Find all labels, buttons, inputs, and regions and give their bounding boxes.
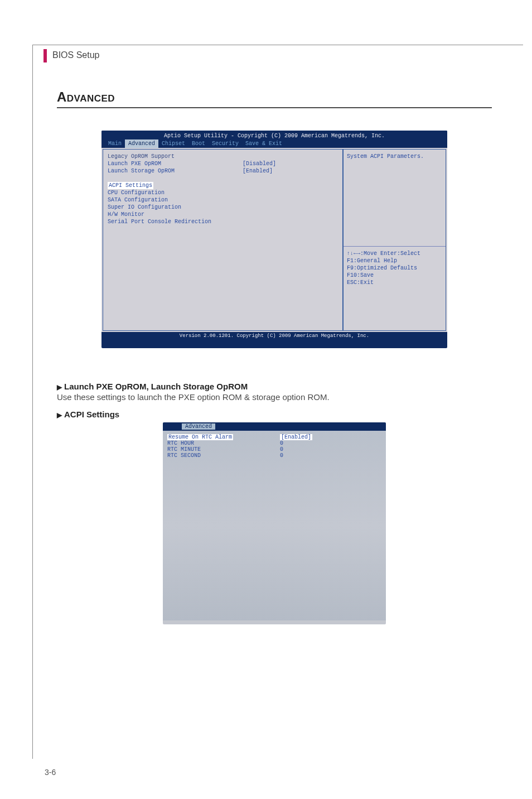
- acpi-settings-heading: ▶ACPI Settings: [57, 410, 492, 419]
- bios-tab-advanced: Advanced: [125, 139, 158, 148]
- rtc-second-value: 0: [280, 453, 312, 459]
- bios-screenshot-acpi: Advanced Resume On RTC Alarm RTC HOUR RT…: [163, 422, 386, 624]
- bios2-values: [Enabled] 0 0 0: [280, 434, 312, 459]
- rtc-hour: RTC HOUR: [167, 440, 381, 446]
- rtc-minute: RTC MINUTE: [167, 446, 381, 453]
- cpu-configuration: CPU Configuration: [108, 189, 338, 196]
- page-number: 3-6: [45, 768, 56, 777]
- key-exit: ESC:Exit: [347, 279, 442, 286]
- bios-right-pane: System ACPI Parameters. ↑↓←→:Move Enter:…: [343, 149, 446, 331]
- bios2-tab-advanced: Advanced: [182, 423, 215, 430]
- serial-port-console-redirection: Serial Port Console Redirection: [108, 218, 338, 225]
- bios-body: Legacy OpROM Support Launch PXE OpROM La…: [101, 148, 447, 332]
- key-help: F1:General Help: [347, 257, 442, 264]
- acpi-settings-highlight: ACPI Settings: [108, 182, 153, 189]
- bios-header: Aptio Setup Utility - Copyright (C) 2009…: [101, 131, 447, 139]
- hw-monitor: H/W Monitor: [108, 211, 338, 218]
- resume-rtc-alarm: Resume On RTC Alarm: [167, 434, 381, 440]
- rtc-hour-value: 0: [280, 440, 312, 446]
- bios-tab-chipset: Chipset: [158, 139, 188, 148]
- value-column: [Disabled] [Enabled]: [243, 153, 276, 175]
- bios2-tabs: Advanced: [163, 422, 386, 431]
- launch-pxe-oprom: Launch PXE OpROM: [108, 160, 338, 167]
- bios-key-hints: ↑↓←→:Move Enter:Select F1:General Help F…: [344, 247, 446, 330]
- launch-oprom-heading: ▶Launch PXE OpROM, Launch Storage OpROM: [57, 382, 492, 391]
- key-save: F10:Save: [347, 272, 442, 279]
- triangle-icon: ▶: [57, 383, 62, 391]
- bios-footer: Version 2.00.1201. Copyright (C) 2009 Am…: [101, 332, 447, 341]
- triangle-icon: ▶: [57, 411, 62, 419]
- bios-left-pane: Legacy OpROM Support Launch PXE OpROM La…: [103, 149, 343, 331]
- acpi-settings-row: ACPI Settings: [108, 182, 338, 189]
- bios2-body: Resume On RTC Alarm RTC HOUR RTC MINUTE …: [163, 431, 386, 620]
- key-defaults: F9:Optimized Defaults: [347, 264, 442, 272]
- header: BIOS Setup: [43, 45, 100, 62]
- bios-tab-boot: Boot: [188, 139, 209, 148]
- content: Advanced Aptio Setup Utility - Copyright…: [57, 89, 492, 624]
- bios-tabs: Main Advanced Chipset Boot Security Save…: [101, 139, 447, 148]
- header-accent: [43, 49, 47, 62]
- bios-tab-security: Security: [209, 139, 242, 148]
- oprom-group: Legacy OpROM Support: [108, 153, 338, 160]
- bios-tab-saveexit: Save & Exit: [242, 139, 286, 148]
- pxe-oprom-value: [Disabled]: [243, 160, 276, 167]
- bios-help-desc: System ACPI Parameters.: [344, 150, 446, 247]
- sata-configuration: SATA Configuration: [108, 196, 338, 204]
- resume-rtc-alarm-value: [Enabled]: [280, 434, 312, 440]
- super-io-configuration: Super IO Configuration: [108, 204, 338, 211]
- rtc-second: RTC SECOND: [167, 453, 381, 459]
- key-move: ↑↓←→:Move Enter:Select: [347, 250, 442, 257]
- header-title: BIOS Setup: [52, 50, 100, 60]
- rtc-minute-value: 0: [280, 446, 312, 453]
- bios-screenshot-advanced: Aptio Setup Utility - Copyright (C) 2009…: [101, 131, 447, 348]
- storage-oprom-value: [Enabled]: [243, 167, 276, 175]
- section-title: Advanced: [57, 89, 492, 108]
- bios-tab-main: Main: [105, 139, 125, 148]
- launch-oprom-desc: Use these settings to launch the PXE opt…: [57, 392, 492, 402]
- launch-storage-oprom: Launch Storage OpROM: [108, 167, 338, 175]
